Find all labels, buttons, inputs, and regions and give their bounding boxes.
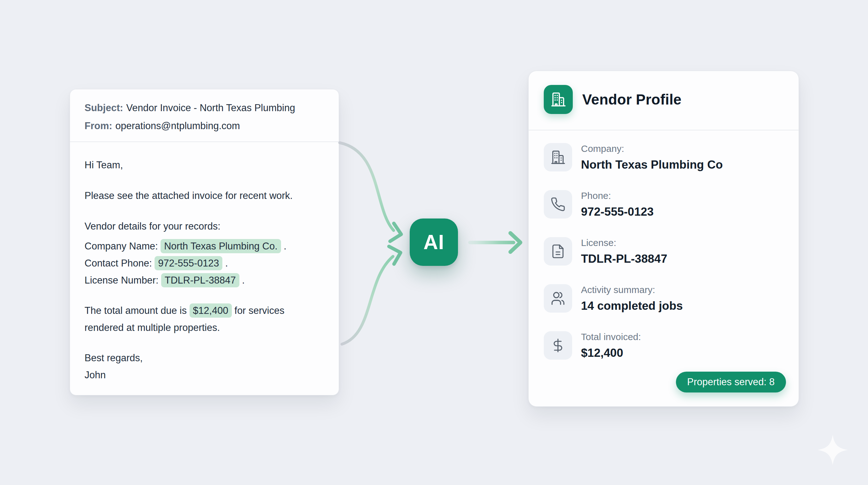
email-body: Hi Team, Please see the attached invoice…: [70, 142, 339, 398]
total-amount-highlight: $12,400: [190, 304, 232, 318]
vendor-row-company: Company: North Texas Plumbing Co: [544, 143, 783, 171]
users-icon: [550, 290, 566, 306]
total-value: $12,400: [581, 347, 641, 359]
company-name-label: Company Name:: [85, 240, 160, 252]
contact-phone-suffix: .: [222, 258, 228, 269]
license-number-highlight: TDLR-PL-38847: [161, 273, 239, 287]
properties-served-badge: Properties served: 8: [676, 372, 786, 393]
license-icon-tile: [544, 237, 572, 265]
subject-value: Vendor Invoice - North Texas Plumbing: [126, 102, 295, 113]
total-row-text: Total invoiced: $12,400: [581, 332, 641, 359]
phone-row-text: Phone: 972-555-0123: [581, 191, 653, 218]
vendor-row-total: Total invoiced: $12,400: [544, 331, 783, 360]
activity-icon-tile: [544, 284, 572, 313]
dollar-icon: [550, 338, 565, 353]
arrowhead-bottom-icon: [389, 244, 403, 264]
subject-label: Subject:: [85, 102, 123, 113]
email-card: Subject:Vendor Invoice - North Texas Plu…: [70, 89, 339, 395]
detail-line-license: License Number: TDLR-PL-38847 .: [85, 272, 324, 289]
activity-row-text: Activity summary: 14 completed jobs: [581, 285, 683, 312]
arrowhead-top-icon: [390, 223, 403, 243]
email-signature-block: Best regards, John: [85, 349, 324, 383]
vendor-details-block: Company Name: North Texas Plumbing Co. .…: [85, 238, 324, 289]
license-row-text: License: TDLR-PL-38847: [581, 238, 667, 265]
email-greeting: Hi Team,: [85, 156, 324, 174]
email-body-line: Please see the attached invoice for rece…: [85, 187, 324, 204]
from-line: From:operations@ntplumbing.com: [85, 117, 324, 135]
sparkle-watermark-icon: [817, 434, 848, 466]
ai-badge-label: AI: [424, 230, 444, 254]
total-icon-tile: [544, 331, 572, 360]
company-row-text: Company: North Texas Plumbing Co: [581, 144, 723, 171]
license-value: TDLR-PL-38847: [581, 253, 667, 265]
vendor-details-intro: Vendor details for your records:: [85, 218, 324, 235]
vendor-row-phone: Phone: 972-555-0123: [544, 190, 783, 219]
total-amount-prefix: The total amount due is: [85, 305, 190, 316]
contact-phone-highlight: 972-555-0123: [155, 256, 222, 270]
arrowhead-right-icon: [510, 233, 520, 252]
email-signature: John: [85, 369, 106, 380]
phone-label: Phone:: [581, 191, 653, 200]
activity-label: Activity summary:: [581, 285, 683, 294]
from-label: From:: [85, 120, 112, 131]
diagram-canvas: Subject:Vendor Invoice - North Texas Plu…: [0, 0, 868, 485]
from-value: operations@ntplumbing.com: [116, 120, 240, 131]
email-signoff: Best regards,: [85, 352, 143, 364]
license-number-label: License Number:: [85, 275, 161, 286]
arrow-email-bottom-to-ai: [342, 256, 393, 344]
vendor-row-activity: Activity summary: 14 completed jobs: [544, 284, 783, 313]
arrow-email-top-to-ai: [340, 143, 394, 230]
company-value: North Texas Plumbing Co: [581, 159, 723, 171]
license-number-suffix: .: [239, 275, 245, 286]
phone-icon: [550, 197, 565, 212]
buildings-icon: [550, 91, 567, 108]
building-icon: [550, 149, 566, 166]
vendor-row-license: License: TDLR-PL-38847: [544, 237, 783, 265]
detail-line-company: Company Name: North Texas Plumbing Co. .: [85, 238, 324, 255]
total-amount-line: The total amount due is $12,400 for serv…: [85, 302, 309, 336]
phone-icon-tile: [544, 190, 572, 219]
contact-phone-label: Contact Phone:: [85, 258, 155, 269]
ai-badge: AI: [410, 219, 458, 266]
company-label: Company:: [581, 144, 723, 153]
vendor-profile-rows: Company: North Texas Plumbing Co Phone: …: [529, 131, 799, 360]
subject-line: Subject:Vendor Invoice - North Texas Plu…: [85, 99, 324, 117]
email-header: Subject:Vendor Invoice - North Texas Plu…: [70, 89, 339, 141]
company-name-suffix: .: [281, 240, 286, 252]
phone-value: 972-555-0123: [581, 206, 653, 218]
vendor-profile-title: Vendor Profile: [582, 91, 682, 108]
document-icon: [550, 244, 565, 259]
company-name-highlight: North Texas Plumbing Co.: [160, 239, 281, 253]
license-label: License:: [581, 238, 667, 248]
vendor-profile-card: Vendor Profile: [528, 71, 799, 407]
activity-value: 14 completed jobs: [581, 300, 683, 312]
vendor-profile-icon-tile: [544, 85, 573, 114]
company-icon-tile: [544, 143, 572, 171]
vendor-profile-header: Vendor Profile: [529, 71, 799, 130]
total-label: Total invoiced:: [581, 332, 641, 342]
detail-line-phone: Contact Phone: 972-555-0123 .: [85, 255, 324, 272]
